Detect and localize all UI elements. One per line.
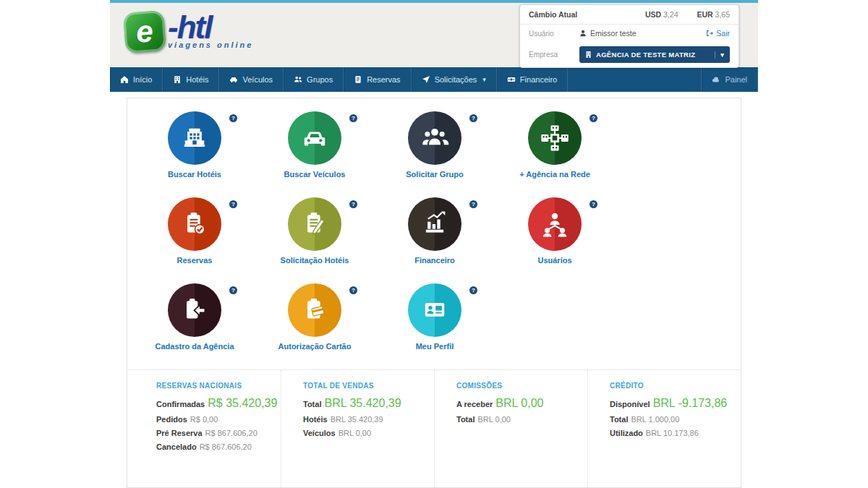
page-container: e -htl viagens online Câmbio Atual USD 3…: [110, 0, 758, 488]
id-card-icon[interactable]: [408, 283, 461, 337]
nav-item-hotel[interactable]: Hotéis: [163, 67, 219, 92]
stat-value: R$ 867.606,20: [205, 429, 258, 437]
exchange-rate-row: Câmbio Atual USD 3,24 EUR 3,65: [520, 5, 739, 25]
stat-label: Total: [456, 415, 475, 424]
brand-logo[interactable]: e -htl viagens online: [124, 12, 253, 52]
help-icon[interactable]: ?: [590, 200, 597, 208]
tile-clipboard-check[interactable]: ?Reservas: [135, 197, 255, 265]
company-select-button[interactable]: AGÊNCIA DE TESTE MATRIZ ▾: [579, 46, 730, 63]
logout-link[interactable]: Sair: [706, 29, 730, 38]
clipboard-arrow-icon[interactable]: [168, 283, 221, 337]
nav-item-car[interactable]: Veículos: [219, 67, 284, 92]
logout-icon: [706, 30, 713, 37]
clipboard-card-icon[interactable]: [288, 283, 341, 337]
tile-bar-chart[interactable]: ?Financeiro: [375, 197, 495, 265]
tile-grid: ?Buscar Hotéis?Buscar Veículos?Solicitar…: [127, 98, 741, 369]
stat-column: RESERVAS NACIONAISConfirmadasR$ 35.420,3…: [127, 370, 281, 487]
stat-value: BRL 10.173,86: [646, 429, 699, 437]
stat-row: A receberBRL 0,00: [456, 397, 587, 410]
tile-label: Autorização Cartão: [255, 342, 375, 351]
stat-value: BRL 35.420,39: [331, 415, 383, 424]
stat-row: HotéisBRL 35.420,39: [303, 415, 434, 424]
logo-e-icon: e: [123, 10, 166, 53]
stat-label: Pré Reserva: [156, 429, 203, 437]
stat-label: Utilizado: [610, 429, 643, 437]
users-hierarchy-icon[interactable]: [528, 197, 582, 251]
hotel-building-icon[interactable]: [168, 111, 221, 165]
nav-item-label: Painel: [725, 75, 747, 84]
dashboard-card: ?Buscar Hotéis?Buscar Veículos?Solicitar…: [127, 98, 741, 488]
header: e -htl viagens online Câmbio Atual USD 3…: [110, 3, 758, 67]
stat-value: R$ 35.420,39: [208, 397, 277, 409]
eur-rate: EUR 3,65: [697, 10, 730, 19]
nav-item-plane[interactable]: Solicitações▾: [412, 67, 497, 92]
help-icon[interactable]: ?: [469, 200, 477, 208]
stat-row: TotalBRL 0,00: [456, 415, 587, 424]
building-icon: [585, 51, 592, 59]
tile-clipboard-card[interactable]: ?Autorização Cartão: [255, 283, 375, 351]
company-row: Empresa AGÊNCIA DE TESTE MATRIZ ▾: [520, 42, 739, 67]
nav-item-label: Grupos: [307, 75, 333, 84]
stats-section: RESERVAS NACIONAISConfirmadasR$ 35.420,3…: [127, 369, 741, 487]
stat-row: VeículosBRL 0,00: [303, 429, 434, 437]
nav-item-painel[interactable]: Painel: [701, 67, 758, 92]
company-label: Empresa: [529, 51, 579, 59]
stat-value: BRL 0,00: [339, 429, 371, 437]
nav-item-money[interactable]: Financeiro: [497, 67, 568, 92]
nav-item-label: Início: [133, 75, 152, 84]
tile-users-hierarchy[interactable]: ?Usuários: [495, 197, 615, 265]
car-icon: [229, 75, 238, 84]
stat-title: TOTAL DE VENDAS: [303, 382, 434, 390]
stat-column: COMISSÕESA receberBRL 0,00TotalBRL 0,00: [434, 370, 587, 487]
nav-item-label: Hotéis: [186, 75, 208, 84]
nav-item-home[interactable]: Início: [110, 67, 163, 92]
car-icon[interactable]: [288, 111, 341, 165]
help-icon[interactable]: ?: [349, 114, 357, 122]
stat-row: Pré ReservaR$ 867.606,20: [156, 429, 281, 437]
stat-label: Pedidos: [156, 415, 187, 424]
nav-item-group[interactable]: Grupos: [284, 67, 344, 92]
tile-clipboard-arrow[interactable]: ?Cadastro da Agência: [135, 283, 255, 351]
clipboard-pencil-icon[interactable]: [288, 197, 341, 251]
help-icon[interactable]: ?: [469, 114, 477, 122]
main-nav: InícioHotéisVeículosGruposReservasSolici…: [110, 67, 758, 92]
help-icon[interactable]: ?: [469, 286, 477, 294]
stat-row: TotalBRL 35.420,39: [303, 397, 434, 410]
help-icon[interactable]: ?: [349, 200, 357, 208]
tile-car[interactable]: ?Buscar Veículos: [255, 111, 375, 179]
tile-label: Cadastro da Agência: [135, 342, 255, 351]
stat-value: BRL 0,00: [495, 397, 543, 409]
help-icon[interactable]: ?: [590, 114, 597, 122]
tile-label: Reservas: [135, 256, 255, 265]
nav-item-label: Solicitações: [435, 75, 477, 84]
stat-label: Total: [610, 415, 628, 424]
money-icon: [507, 75, 516, 84]
agency-network-icon[interactable]: [528, 111, 582, 165]
chevron-down-icon: ▾: [482, 76, 486, 83]
help-icon[interactable]: ?: [229, 286, 237, 294]
tile-hotel-building[interactable]: ?Buscar Hotéis: [135, 111, 255, 179]
clipboard-check-icon[interactable]: [168, 197, 221, 251]
stat-value: BRL 0,00: [477, 415, 510, 424]
tile-clipboard-pencil[interactable]: ?Solicitação Hotéis: [255, 197, 375, 265]
tile-label: Buscar Hotéis: [135, 170, 255, 179]
tile-agency-network[interactable]: ?+ Agência na Rede: [495, 111, 615, 179]
stat-title: COMISSÕES: [456, 382, 587, 390]
tile-label: Solicitação Hotéis: [255, 256, 375, 265]
help-icon[interactable]: ?: [349, 286, 357, 294]
tile-label: + Agência na Rede: [495, 170, 615, 179]
stat-title: RESERVAS NACIONAIS: [156, 382, 281, 390]
tile-label: Usuários: [495, 256, 615, 265]
stat-row: UtilizadoBRL 10.173,86: [610, 429, 741, 437]
stat-label: Veículos: [303, 429, 336, 437]
tile-people-group[interactable]: ?Solicitar Grupo: [375, 111, 495, 179]
chevron-down-icon: ▾: [715, 51, 724, 59]
nav-left: InícioHotéisVeículosGruposReservasSolici…: [110, 67, 568, 92]
bar-chart-icon[interactable]: [408, 197, 461, 251]
help-icon[interactable]: ?: [229, 114, 237, 122]
tile-id-card[interactable]: ?Meu Perfil: [375, 283, 495, 351]
help-icon[interactable]: ?: [229, 200, 237, 208]
stat-label: Total: [303, 400, 321, 408]
nav-item-book[interactable]: Reservas: [344, 67, 411, 92]
people-group-icon[interactable]: [408, 111, 461, 165]
